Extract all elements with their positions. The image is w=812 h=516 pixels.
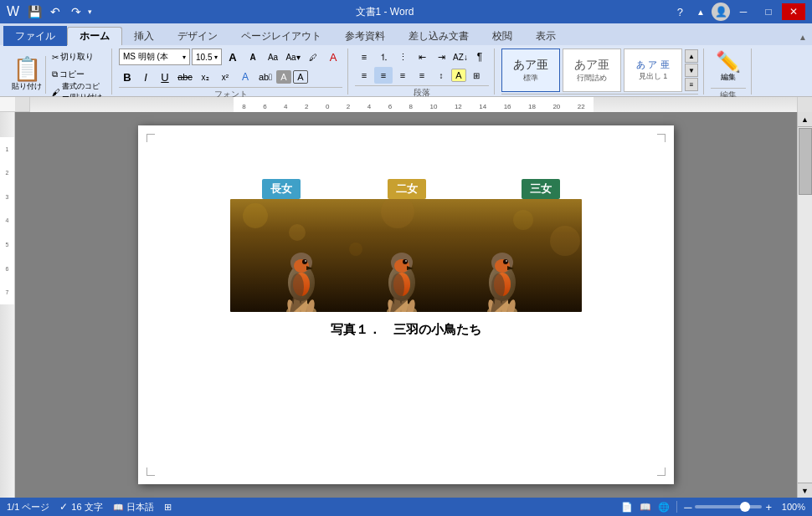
clipboard-group: 📋 貼り付け ✂ 切り取り ⧉ コピー 🖌 書式のコピー/貼り付け <box>3 49 112 95</box>
scroll-track[interactable] <box>798 127 813 483</box>
zoom-slider[interactable] <box>695 505 762 508</box>
zoom-minus-btn[interactable]: ─ <box>684 501 691 513</box>
show-formatting-btn[interactable]: ¶ <box>470 49 489 65</box>
svg-point-4 <box>513 210 533 230</box>
avatar-icon: 👤 <box>712 3 730 21</box>
bullet-list-btn[interactable]: ≡ <box>355 49 373 65</box>
view-print-btn[interactable]: 📄 <box>621 502 633 513</box>
shrink-font-btn[interactable]: A <box>244 49 262 65</box>
styles-group: あア亜 標準 あア亜 行間詰め あ ア 亜 見出し 1 ▲ ▼ ≡ スタイル <box>496 49 704 95</box>
document-area: 長女 二女 三女 <box>15 112 797 498</box>
styles-scroll[interactable]: ▲ ▼ ≡ <box>685 49 698 91</box>
tab-mailings[interactable]: 差し込み文書 <box>397 27 481 45</box>
tab-page-layout[interactable]: ページレイアウト <box>229 27 333 45</box>
num-list-btn[interactable]: ⒈ <box>374 49 393 65</box>
style-normal[interactable]: あア亜 標準 <box>501 49 560 92</box>
tab-references[interactable]: 参考資料 <box>333 27 397 45</box>
status-right: 📄 📖 🌐 ─ + 100% <box>621 501 805 513</box>
scroll-up-btn[interactable]: ▲ <box>798 112 813 127</box>
svg-point-2 <box>289 224 306 241</box>
change-case-btn[interactable]: Aa▾ <box>284 49 302 65</box>
window-title: 文書1 - Word <box>92 5 677 19</box>
align-right-btn[interactable]: ≡ <box>393 67 412 84</box>
scroll-thumb[interactable] <box>799 128 812 195</box>
svg-point-33 <box>405 260 407 262</box>
redo-qa-btn[interactable]: ↷ <box>67 3 85 20</box>
minimize-btn[interactable]: ─ <box>732 3 755 20</box>
font-row1: MS 明朝 (本 ▾ 10.5 ▾ A A Aa Aa▾ 🖊 A <box>119 49 342 65</box>
word-count-text: 16 文字 <box>71 501 102 513</box>
horizontal-ruler: 86420246810121416182022 <box>30 97 797 112</box>
shading-btn[interactable]: A <box>451 69 466 82</box>
tab-home[interactable]: ホーム <box>67 27 122 45</box>
font-name-dropdown[interactable]: MS 明朝 (本 ▾ <box>119 49 190 65</box>
vertical-ruler: 1234567 <box>0 112 15 498</box>
font-row2: B I U abc x₂ x² A ab⃝ A A <box>119 69 308 85</box>
clear-format-btn[interactable]: Aa <box>264 49 282 65</box>
label-chojo: 長女 <box>262 179 301 199</box>
restore-btn[interactable]: □ <box>757 3 780 20</box>
tab-review[interactable]: 校閲 <box>481 27 524 45</box>
help-btn[interactable]: ? <box>677 6 683 18</box>
font-name-dropdown-arrow: ▾ <box>182 54 186 61</box>
style-compact[interactable]: あア亜 行間詰め <box>563 49 621 92</box>
subscript-btn[interactable]: x₂ <box>196 69 214 85</box>
tab-file[interactable]: ファイル <box>3 26 67 46</box>
char-shading-btn[interactable]: A <box>276 70 291 84</box>
editing-big-btn[interactable]: ✏️ 編集 <box>711 49 746 86</box>
zoom-slider-thumb <box>740 502 750 512</box>
tab-design[interactable]: デザイン <box>166 27 229 45</box>
text-highlight-btn[interactable]: 🖊 <box>304 49 322 65</box>
right-scrollbar[interactable]: ▲ ▼ <box>797 112 812 498</box>
border-btn[interactable]: ⊞ <box>467 67 486 84</box>
multi-list-btn[interactable]: ⋮ <box>393 49 412 65</box>
justify-btn[interactable]: ≡ <box>413 67 431 84</box>
save-qa-btn[interactable]: 💾 <box>25 3 44 20</box>
style-normal-label: 標準 <box>523 73 538 84</box>
language: 📖 日本語 <box>113 501 154 513</box>
style-heading1-preview: あ ア 亜 <box>636 59 669 71</box>
underline-btn[interactable]: U <box>156 69 174 85</box>
ribbon-collapse-btn[interactable]: ▲ <box>691 4 710 19</box>
superscript-btn[interactable]: x² <box>216 69 234 85</box>
styles-scroll-down[interactable]: ▼ <box>685 64 698 77</box>
paste-button[interactable]: 📋 貼り付け <box>8 56 46 94</box>
para-row1: ≡ ⒈ ⋮ ⇤ ⇥ AZ↓ ¶ <box>355 49 489 65</box>
view-reading-btn[interactable]: 📖 <box>640 502 651 513</box>
styles-more-btn[interactable]: ≡ <box>685 78 698 91</box>
undo-qa-btn[interactable]: ↶ <box>46 3 64 20</box>
highlight-btn[interactable]: ab⃝ <box>256 69 275 85</box>
page-corner-tr <box>657 134 666 142</box>
style-heading1[interactable]: あ ア 亜 見出し 1 <box>624 49 682 92</box>
view-web-btn[interactable]: 🌐 <box>658 502 670 513</box>
char-border-btn[interactable]: A <box>293 70 308 84</box>
grow-font-btn[interactable]: A <box>224 49 242 65</box>
bold-btn[interactable]: B <box>119 69 136 84</box>
strikethrough-btn[interactable]: abc <box>176 69 194 85</box>
bird-image <box>230 199 582 312</box>
tab-collapse-icon[interactable]: ▲ <box>794 29 812 45</box>
line-spacing-btn[interactable]: ↕ <box>432 67 450 84</box>
svg-point-50 <box>491 273 505 300</box>
zoom-plus-btn[interactable]: + <box>765 501 772 513</box>
tab-insert[interactable]: 挿入 <box>122 27 166 45</box>
titlebar: W 💾 ↶ ↷ ▾ 文書1 - Word ? ▲ 👤 ─ □ ✕ <box>0 0 812 23</box>
styles-scroll-up[interactable]: ▲ <box>685 49 698 63</box>
svg-point-35 <box>391 273 404 300</box>
align-center-btn[interactable]: ≡ <box>374 67 393 84</box>
italic-btn[interactable]: I <box>137 69 154 84</box>
close-btn[interactable]: ✕ <box>782 3 805 20</box>
tab-view[interactable]: 表示 <box>524 27 568 45</box>
align-left-btn[interactable]: ≡ <box>355 67 373 84</box>
cut-button[interactable]: ✂ 切り取り <box>49 49 106 65</box>
editing-group: ✏️ 編集 編集 <box>706 49 752 95</box>
scroll-down-btn[interactable]: ▼ <box>798 483 813 498</box>
increase-indent-btn[interactable]: ⇥ <box>432 49 450 65</box>
copy-button[interactable]: ⧉ コピー <box>49 66 106 83</box>
font-color-btn[interactable]: A <box>324 49 342 65</box>
text-effect-btn[interactable]: A <box>236 69 254 85</box>
quick-access-left: W 💾 ↶ ↷ ▾ <box>7 3 92 20</box>
sort-btn[interactable]: AZ↓ <box>451 49 470 65</box>
decrease-indent-btn[interactable]: ⇤ <box>413 49 431 65</box>
font-size-dropdown[interactable]: 10.5 ▾ <box>192 49 222 65</box>
